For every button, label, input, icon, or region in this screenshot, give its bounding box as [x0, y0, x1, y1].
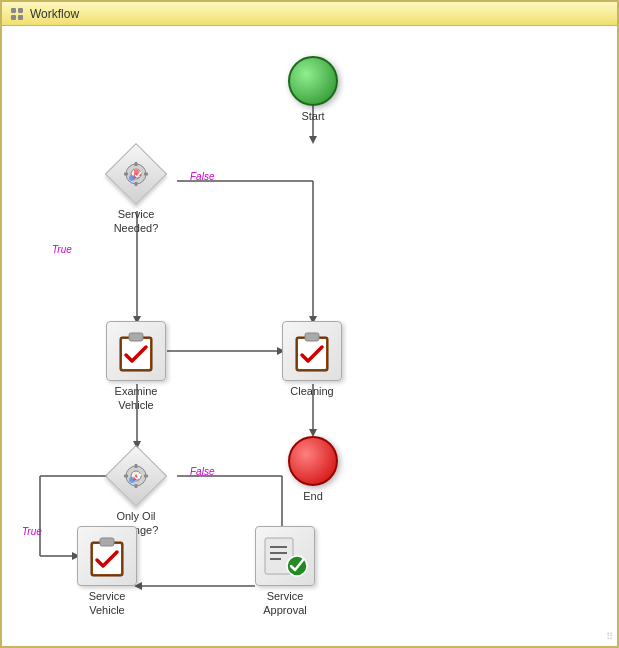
svg-rect-44 — [135, 484, 138, 488]
window-title: Workflow — [30, 7, 79, 21]
svg-rect-2 — [11, 15, 16, 20]
service-approval-label: ServiceApproval — [263, 589, 306, 618]
end-node: End — [288, 436, 338, 503]
cleaning-label: Cleaning — [290, 384, 333, 398]
service-needed-node: ServiceNeeded? — [106, 144, 166, 236]
service-approval-node: ServiceApproval — [255, 526, 315, 618]
title-bar: Workflow — [2, 2, 617, 26]
workflow-window: Workflow — [0, 0, 619, 648]
svg-rect-45 — [124, 475, 128, 478]
svg-rect-31 — [144, 173, 148, 176]
svg-rect-1 — [18, 8, 23, 13]
workflow-icon — [10, 7, 24, 21]
workflow-canvas: False True False True Start — [2, 26, 617, 646]
svg-rect-43 — [135, 464, 138, 468]
end-circle — [288, 436, 338, 486]
svg-rect-40 — [305, 333, 319, 341]
service-vehicle-box — [77, 526, 137, 586]
cleaning-box — [282, 321, 342, 381]
svg-rect-46 — [144, 475, 148, 478]
only-oil-diamond — [106, 446, 166, 506]
cleaning-node: Cleaning — [282, 321, 342, 398]
true-label-service: True — [52, 244, 72, 255]
examine-vehicle-label: ExamineVehicle — [115, 384, 158, 413]
service-vehicle-label: ServiceVehicle — [89, 589, 126, 618]
start-circle — [288, 56, 338, 106]
examine-vehicle-box — [106, 321, 166, 381]
true-label-oil: True — [22, 526, 42, 537]
examine-vehicle-node: ExamineVehicle — [106, 321, 166, 413]
svg-rect-3 — [18, 15, 23, 20]
svg-rect-37 — [129, 333, 143, 341]
only-oil-node: Only OilChange? — [106, 446, 166, 538]
start-node: Start — [288, 56, 338, 123]
start-label: Start — [301, 109, 324, 123]
service-needed-label: ServiceNeeded? — [114, 207, 159, 236]
service-vehicle-node: ServiceVehicle — [77, 526, 137, 618]
end-label: End — [303, 489, 323, 503]
svg-rect-51 — [100, 538, 114, 546]
svg-marker-5 — [309, 136, 317, 144]
svg-rect-0 — [11, 8, 16, 13]
grid-decoration: ⠿ — [606, 631, 613, 642]
service-needed-diamond — [106, 144, 166, 204]
false-label-oil: False — [190, 466, 214, 477]
false-label-service: False — [190, 171, 214, 182]
svg-rect-29 — [135, 182, 138, 186]
svg-rect-30 — [124, 173, 128, 176]
service-approval-box — [255, 526, 315, 586]
svg-rect-28 — [135, 162, 138, 166]
